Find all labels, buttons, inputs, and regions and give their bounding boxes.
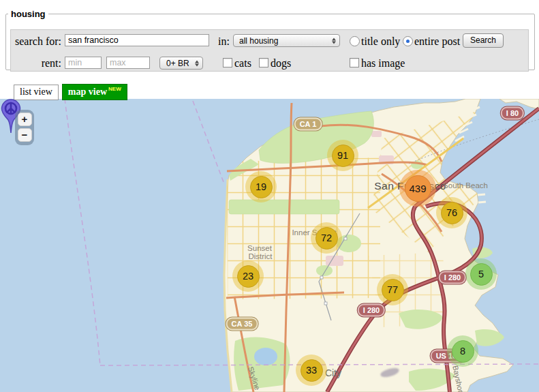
select-stepper-icon: [332, 37, 336, 44]
route-shield-i280-south: I 280: [358, 304, 385, 317]
title-only-label: title only: [361, 35, 400, 48]
view-tabs: list viewmap viewNEW: [14, 84, 127, 99]
search-for-label: search for:: [11, 35, 61, 48]
route-shield-i80: I 80: [501, 107, 524, 120]
has-image-label: has image: [361, 57, 405, 70]
cluster-marker[interactable]: 33: [296, 355, 327, 386]
entire-post-label: entire post: [414, 35, 460, 48]
cluster-count: 8: [452, 340, 474, 363]
hood-label-sunset: Sunset: [247, 244, 272, 252]
tab-map-view[interactable]: map viewNEW: [62, 84, 127, 100]
bedrooms-select[interactable]: 0+ BR: [159, 57, 203, 70]
cluster-count: 77: [382, 279, 404, 301]
search-input[interactable]: [65, 34, 209, 46]
cluster-marker[interactable]: 72: [311, 222, 342, 254]
cluster-count: 439: [405, 175, 431, 202]
map-canvas[interactable]: San Francisco South Beach Inner Sunset S…: [0, 99, 539, 392]
rent-label: rent:: [11, 57, 61, 70]
rent-min-input[interactable]: [65, 57, 102, 69]
cluster-marker[interactable]: 77: [377, 274, 408, 305]
cats-checkbox[interactable]: [223, 58, 232, 67]
cluster-marker[interactable]: 439: [399, 170, 436, 207]
cluster-count: 23: [237, 265, 260, 288]
zoom-in-button[interactable]: +: [18, 112, 32, 126]
cats-label: cats: [234, 57, 251, 70]
housing-legend: housing: [8, 9, 48, 19]
cluster-marker[interactable]: 5: [465, 258, 497, 290]
dogs-checkbox[interactable]: [259, 58, 268, 67]
hood-label-south-beach: South Beach: [443, 181, 488, 190]
cluster-marker[interactable]: 91: [327, 140, 358, 171]
tab-map-view-label: map view: [68, 87, 107, 97]
cluster-count: 76: [441, 202, 463, 224]
category-select-value: all housing: [239, 36, 278, 46]
new-badge: NEW: [108, 86, 121, 92]
bedrooms-select-value: 0+ BR: [166, 59, 189, 68]
dogs-label: dogs: [271, 57, 291, 70]
zoom-out-button[interactable]: −: [18, 128, 32, 142]
category-select[interactable]: all housing: [233, 34, 340, 47]
search-button[interactable]: Search: [463, 33, 504, 48]
cluster-count: 5: [470, 263, 493, 286]
route-shield-ca35: CA 35: [226, 318, 258, 331]
route-shield-ca1: CA 1: [294, 118, 322, 131]
page: housing search for: in: all housing titl…: [0, 0, 539, 392]
tab-list-view[interactable]: list view: [14, 85, 59, 100]
search-form: search for: in: all housing title only e…: [10, 29, 529, 72]
hood-label-district: District: [248, 252, 272, 260]
cluster-marker[interactable]: 76: [436, 197, 467, 228]
cluster-marker[interactable]: 19: [245, 171, 277, 202]
has-image-checkbox[interactable]: [350, 58, 359, 67]
cluster-count: 33: [301, 359, 323, 382]
cluster-count: 19: [250, 176, 273, 198]
route-shield-i280-east: I 280: [439, 271, 466, 284]
entire-post-radio[interactable]: [403, 36, 413, 46]
cluster-marker[interactable]: 23: [232, 260, 264, 292]
select-stepper-icon: [195, 60, 199, 66]
rent-max-input[interactable]: [106, 57, 150, 69]
cluster-count: 91: [332, 145, 354, 167]
cluster-marker[interactable]: 8: [447, 335, 478, 367]
housing-fieldset: housing search for: in: all housing titl…: [5, 9, 535, 70]
title-only-radio[interactable]: [350, 36, 360, 46]
map-zoom-control: + −: [15, 110, 34, 145]
cluster-count: 72: [315, 227, 338, 250]
in-label: in:: [218, 35, 230, 48]
